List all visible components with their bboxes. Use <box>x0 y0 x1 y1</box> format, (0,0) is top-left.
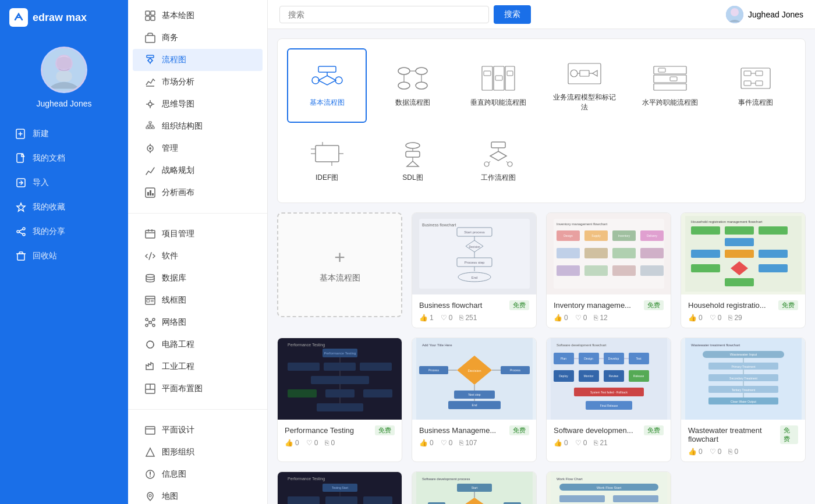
template-business-flowchart[interactable]: Business flowchart Start process Decisio… <box>412 212 537 328</box>
industrial-icon <box>144 361 156 372</box>
new-template-card[interactable]: + 基本流程图 <box>277 212 402 317</box>
menu-business[interactable]: 商务 <box>133 27 263 49</box>
svg-text:Secondary Treatment: Secondary Treatment <box>729 377 757 380</box>
work-flow-thumb: Work Flow Chart Work Flow Start End <box>547 472 671 504</box>
nav-actions: 新建 我的文档 导入 <box>0 118 128 272</box>
nav-trash[interactable]: 回收站 <box>3 244 125 268</box>
template-performance2[interactable]: Performance Testing Testing Start <box>277 471 402 504</box>
menu-mgmt[interactable]: 管理 <box>133 137 263 159</box>
menu-analytics[interactable]: 分析画布 <box>133 182 263 204</box>
type-work-flowchart[interactable]: 工作流程图 <box>459 129 538 193</box>
template-wastewater[interactable]: Wastewater treatment flowchart Wastewate… <box>681 338 806 462</box>
svg-text:Deploy: Deploy <box>559 374 568 378</box>
svg-rect-117 <box>756 81 763 86</box>
search-input[interactable] <box>279 6 489 23</box>
nav-my-docs[interactable]: 我的文档 <box>3 147 125 170</box>
nav-import-label: 导入 <box>33 178 49 188</box>
svg-rect-17 <box>146 11 150 15</box>
template-business-mgmt[interactable]: Add Your Title Here Decision Process Pro… <box>412 338 537 462</box>
menu-circuit-label: 电路工程 <box>162 339 194 350</box>
menu-strategy-label: 战略规划 <box>162 165 194 176</box>
svg-point-54 <box>146 275 154 278</box>
nav-import[interactable]: 导入 <box>3 171 125 194</box>
template-household[interactable]: Household registration management flowch… <box>681 212 806 328</box>
type-basic-flowchart[interactable]: 基本流程图 <box>287 48 367 123</box>
svg-rect-197 <box>317 403 363 411</box>
type-cross-func-vertical[interactable]: 垂直跨职能流程图 <box>459 48 538 123</box>
svg-rect-104 <box>580 70 589 76</box>
menu-strategy[interactable]: 战略规划 <box>133 159 263 182</box>
svg-rect-188 <box>324 363 356 371</box>
cross-func-vertical-icon <box>481 64 516 93</box>
menu-floorplan[interactable]: 平面布置图 <box>133 378 263 400</box>
type-event-flowchart[interactable]: 事件流程图 <box>716 48 796 123</box>
template-software-dev-process[interactable]: Software development process Start Choic… <box>412 471 537 504</box>
nav-new[interactable]: 新建 <box>3 122 125 145</box>
svg-rect-177 <box>759 250 788 258</box>
svg-rect-115 <box>756 71 763 76</box>
svg-rect-35 <box>146 127 148 129</box>
svg-rect-116 <box>744 81 751 86</box>
svg-rect-102 <box>568 63 601 84</box>
header-avatar[interactable] <box>726 6 743 23</box>
type-sdl[interactable]: SDL图 <box>373 129 452 193</box>
svg-point-62 <box>153 318 155 321</box>
menu-flowchart-label: 流程图 <box>162 55 186 65</box>
basic-flowchart-label: 基本流程图 <box>310 98 345 108</box>
menu-project[interactable]: 项目管理 <box>133 223 263 245</box>
menu-map[interactable]: 地图 <box>133 485 263 504</box>
nav-shared[interactable]: 我的分享 <box>3 220 125 243</box>
avatar[interactable] <box>41 47 87 93</box>
idef-label: IDEF图 <box>316 173 338 183</box>
basic-flowchart-icon <box>310 64 345 93</box>
menu-software-label: 软件 <box>162 251 178 261</box>
menu-wireframe[interactable]: 线框图 <box>133 289 263 311</box>
menu-circuit[interactable]: 电路工程 <box>133 333 263 356</box>
menu-infographics[interactable]: 信息图 <box>133 463 263 485</box>
nav-favorites[interactable]: 我的收藏 <box>3 196 125 219</box>
svg-rect-179 <box>691 264 720 272</box>
type-data-flowchart[interactable]: 数据流程图 <box>373 48 452 123</box>
template-performance[interactable]: Performance Testing Performance Testing <box>277 338 402 462</box>
svg-rect-189 <box>360 363 392 371</box>
template-inventory[interactable]: Inventory management flowchart Design Su… <box>546 212 671 328</box>
menu-mindmap[interactable]: 思维导图 <box>133 93 263 115</box>
menu-basic-drawing-label: 基本绘图 <box>162 10 194 21</box>
menu-project-label: 项目管理 <box>162 229 194 239</box>
svg-text:Start process: Start process <box>464 230 484 234</box>
svg-rect-262 <box>363 496 392 504</box>
svg-rect-161 <box>557 248 580 258</box>
menu-network[interactable]: 网络图 <box>133 311 263 333</box>
menu-flat-design-label: 平面设计 <box>162 425 194 435</box>
svg-rect-46 <box>147 192 149 196</box>
svg-text:Design: Design <box>584 357 593 360</box>
logo-area[interactable]: edraw max <box>0 0 128 35</box>
menu-market[interactable]: 市场分析 <box>133 71 263 93</box>
menu-flowchart[interactable]: 流程图 <box>133 49 263 71</box>
menu-org[interactable]: 组织结构图 <box>133 115 263 137</box>
mgmt-icon <box>144 143 156 154</box>
menu-software[interactable]: 软件 <box>133 245 263 267</box>
import-icon <box>15 177 27 189</box>
template-software-dev[interactable]: Software development flowchart Plan Desi… <box>546 338 671 462</box>
menu-flat-design[interactable]: 平面设计 <box>133 419 263 441</box>
svg-point-92 <box>416 82 427 89</box>
menu-sidebar: 基本绘图 商务 流程图 <box>128 0 268 504</box>
menu-database[interactable]: 数据库 <box>133 267 263 289</box>
type-cross-func-horizontal[interactable]: 水平跨职能流程图 <box>630 48 710 123</box>
type-idef[interactable]: IDEF图 <box>287 129 367 193</box>
svg-rect-22 <box>147 55 154 58</box>
map-icon <box>144 491 156 502</box>
template-work-flow[interactable]: Work Flow Chart Work Flow Start End <box>546 471 671 504</box>
svg-text:Delivery: Delivery <box>646 234 657 237</box>
menu-graphics[interactable]: 图形组织 <box>133 441 263 463</box>
menu-industrial[interactable]: 工业工程 <box>133 356 263 378</box>
menu-database-label: 数据库 <box>162 273 186 283</box>
business-process-label: 业务流程模型和标记法 <box>550 93 618 112</box>
svg-point-90 <box>416 68 427 74</box>
type-business-process[interactable]: 业务流程模型和标记法 <box>544 48 624 123</box>
search-button[interactable]: 搜索 <box>494 5 531 24</box>
menu-basic-drawing[interactable]: 基本绘图 <box>133 5 263 27</box>
svg-marker-105 <box>593 70 597 76</box>
svg-rect-57 <box>147 300 150 302</box>
